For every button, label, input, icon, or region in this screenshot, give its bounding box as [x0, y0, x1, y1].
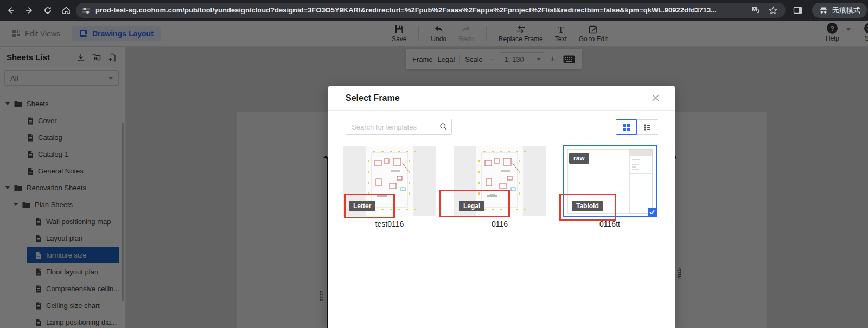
app-window: Edit Views Drawings Layout SaveUndoRedoR… — [0, 21, 868, 328]
template-card-0116[interactable]: Legal — [454, 146, 546, 216]
incognito-badge[interactable]: 无痕模式 — [812, 3, 867, 18]
annotation-rect — [344, 194, 395, 218]
home-icon[interactable] — [60, 4, 73, 17]
annotation-rect — [559, 194, 616, 221]
selected-checkmark-icon — [648, 208, 656, 216]
svg-text:A: A — [753, 8, 756, 11]
annotation-rect — [439, 190, 510, 217]
incognito-icon — [819, 5, 828, 15]
template-card-test0116[interactable]: Letter — [343, 146, 436, 216]
translate-icon[interactable]: A — [751, 5, 761, 15]
select-frame-modal: Select Frame Lettertest0116Legal0116rawT… — [328, 86, 675, 328]
template-name: 0116 — [454, 220, 546, 228]
incognito-label: 无痕模式 — [832, 5, 860, 15]
browser-bar: prod-test-sg.coohom.com/pub/tool/yundesi… — [0, 0, 868, 21]
raw-badge: raw — [569, 153, 589, 164]
reload-icon[interactable] — [41, 4, 54, 17]
template-name: test0116 — [343, 220, 436, 228]
site-settings-icon[interactable] — [81, 6, 91, 15]
template-card-0116tt[interactable]: rawTabloid — [564, 146, 656, 216]
forward-icon[interactable] — [23, 4, 36, 17]
side-panel-icon[interactable] — [791, 4, 804, 17]
url-text[interactable]: prod-test-sg.coohom.com/pub/tool/yundesi… — [95, 6, 757, 15]
url-bar[interactable]: prod-test-sg.coohom.com/pub/tool/yundesi… — [76, 3, 786, 18]
bookmark-star-icon[interactable] — [768, 5, 778, 15]
template-grid: Lettertest0116Legal0116rawTabloid0116tt — [328, 86, 675, 328]
back-icon[interactable] — [4, 4, 17, 17]
template-name: 0116tt — [564, 220, 656, 228]
